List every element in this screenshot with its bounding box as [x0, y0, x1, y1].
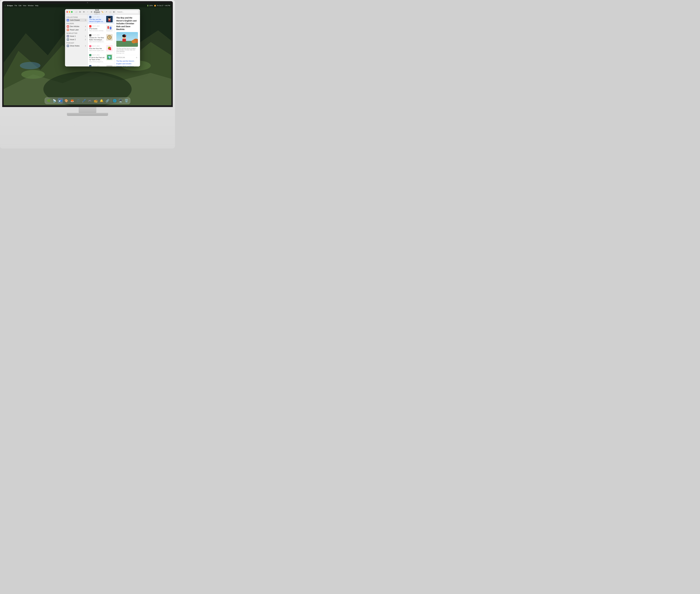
svg-rect-21	[107, 26, 109, 29]
dock-item-finder[interactable]: 🌿	[46, 98, 51, 103]
sidebar-count-show-notes: 4	[85, 45, 86, 47]
dock-item-mail[interactable]: 📬	[58, 98, 63, 103]
list-item-date-2: Oct 27, 2023	[92, 25, 100, 27]
window-subtitle: Links: 6	[94, 13, 100, 15]
toolbar-settings-btn[interactable]: ⚙	[82, 10, 86, 13]
toolbar-share-btn[interactable]: ↑	[86, 10, 89, 13]
sidebar-item-issue-2[interactable]: Issue 2 2	[66, 38, 87, 41]
sidebar-label-read-later: Read Later	[70, 29, 84, 31]
sidebar-count-read-later: 2	[85, 29, 86, 31]
wallpaper:  Bridges File Edit View Window Help 🔋 1…	[4, 4, 171, 105]
toolbar-sidebar-btn[interactable]: ⬜	[74, 10, 78, 13]
svg-rect-14	[67, 39, 68, 40]
list-item-5[interactable]: P Oct 27, 2023 A Link to the Past set up…	[88, 53, 114, 64]
dock-item-photos[interactable]: 🎨	[64, 98, 69, 103]
sidebar-label-show-notes: Show Notes	[70, 45, 84, 47]
list-item-6[interactable]: A Oct 27, 2023 Building a Link Gathering…	[88, 64, 114, 66]
svg-text:💎: 💎	[108, 56, 111, 59]
sidebar-count-dev-articles: 4	[85, 26, 86, 27]
dock-item-notifications[interactable]: 🔔	[99, 98, 104, 103]
hyperlink-text[interactable]: The Boy and the Heron's English cast inc…	[116, 60, 134, 66]
menubar-datetime: Fri Oct 27 4:46 PM	[157, 5, 170, 6]
window-title-area: Junk Drawer Links: 6	[94, 9, 100, 15]
search-input[interactable]	[116, 10, 138, 13]
menu-file[interactable]: File	[14, 5, 17, 6]
menu-window[interactable]: Window	[28, 5, 34, 6]
list-item-2[interactable]: ▶ Oct 27, 2023 iPod Socks https://youtub…	[88, 24, 114, 33]
window-maximize-button[interactable]	[71, 11, 73, 13]
detail-toolbar-edit-btn[interactable]: ✏️	[101, 10, 104, 13]
dock-item-music[interactable]: 🎵	[75, 98, 81, 103]
dock-item-finder2[interactable]: 🖥️	[118, 98, 123, 103]
thumbnail-2	[106, 25, 113, 32]
svg-point-9	[20, 62, 40, 69]
issue-1-icon	[67, 35, 69, 37]
svg-point-40	[132, 40, 136, 43]
dock-item-games[interactable]: 🎮	[87, 98, 93, 103]
list-item-url-4: https://music.apple.com/us/album/kiss-he…	[89, 50, 105, 51]
read-later-icon	[67, 29, 69, 31]
dock-item-system-prefs[interactable]: 🌐	[112, 98, 117, 103]
dock-item-firefox[interactable]: 🦊	[69, 98, 75, 103]
article-caption: The Boy and the Heron's English cast inc…	[116, 47, 138, 52]
toolbar-add-btn[interactable]: ⊕	[90, 10, 93, 13]
menubar-wifi: 📶	[154, 5, 156, 6]
camera-dot	[87, 2, 88, 3]
detail-pane: The Boy and the Heron's English cast inc…	[114, 15, 140, 66]
window-toolbar: ⬜ ⊞ ⚙ ↑ ⊕	[74, 10, 93, 13]
sidebar: Collections Junk Drawer 6 Folders	[65, 15, 88, 66]
menu-edit[interactable]: Edit	[19, 5, 21, 6]
dock-item-trash[interactable]: 🗑️	[124, 98, 129, 103]
dock-item-launchpad[interactable]: 📡	[52, 98, 57, 103]
favicon-1: V	[89, 16, 91, 18]
thumbnail-3	[106, 34, 113, 41]
dock: 🌿 📡 📬 🎨 🦊 🎵 🖊️ 🎮 📻 🔔 🔗 🌐 🖥️ 🗑️	[45, 97, 130, 104]
svg-point-12	[67, 29, 68, 30]
window-close-button[interactable]	[66, 11, 68, 13]
detail-toolbar-trash-btn[interactable]: 🗑	[113, 10, 116, 13]
list-item-date-3: Oct 27, 2023	[92, 34, 100, 36]
toolbar-grid-btn[interactable]: ⊞	[78, 10, 82, 13]
hyperlink-copy-button[interactable]: ⧉	[135, 56, 138, 59]
list-item-title-4: Kiss Her Kiss Her	[89, 47, 105, 50]
favicon-2: ▶	[89, 25, 91, 27]
svg-rect-22	[110, 27, 112, 30]
list-item-url-2: https://youtube.com/watch?v=GBR9pMyk&p=r…	[89, 30, 105, 31]
sidebar-item-show-notes[interactable]: Show Notes 4	[66, 44, 87, 47]
list-item-date-6: Oct 27, 2023	[92, 65, 100, 66]
list-item-title-1: The Boy and the Heron's English cast inc…	[89, 19, 105, 23]
app-name-menubar[interactable]: Bridges	[7, 5, 13, 6]
sidebar-count-issue-2: 2	[85, 39, 86, 40]
svg-rect-20	[106, 25, 113, 32]
list-item-title-5: A Link to the Past set up Tears of the K…	[89, 57, 105, 61]
dock-item-podcasts[interactable]: 📻	[93, 98, 98, 103]
screen-bezel:  Bridges File Edit View Window Help 🔋 1…	[2, 1, 173, 107]
detail-toolbar-share-btn[interactable]: ⬜	[108, 10, 112, 13]
dev-articles-icon	[67, 25, 69, 28]
dock-item-notes[interactable]: 🖊️	[81, 98, 87, 103]
favicon-6: A	[89, 65, 91, 66]
sidebar-item-read-later[interactable]: Read Later 2	[66, 28, 87, 31]
sidebar-count-junk-drawer: 6	[85, 19, 86, 21]
list-item-3[interactable]: H Oct 27, 2023 Hands-On: The New Baltic …	[88, 33, 114, 44]
list-item-1[interactable]: V Oct 27, 2023 The Boy and the Heron's E…	[88, 15, 114, 24]
imac-shell:  Bridges File Edit View Window Help 🔋 1…	[0, 0, 175, 148]
screen:  Bridges File Edit View Window Help 🔋 1…	[4, 4, 171, 105]
menu-help[interactable]: Help	[35, 5, 38, 6]
sidebar-item-dev-articles[interactable]: Dev Articles 4	[66, 25, 87, 28]
dock-item-bridges[interactable]: 🔗	[105, 98, 110, 103]
sidebar-item-issue-1[interactable]: Issue 1 1	[66, 35, 87, 38]
sidebar-item-junk-drawer[interactable]: Junk Drawer 6	[66, 19, 87, 22]
sidebar-podcast-label: Podcast	[65, 41, 88, 44]
list-item-4[interactable]: ♪ Oct 27, 2023 Kiss Her Kiss Her https:/…	[88, 44, 114, 53]
article-source: theverge.com	[116, 52, 138, 54]
detail-toolbar-export-btn[interactable]: ↗	[105, 10, 108, 13]
thumbnail-6	[106, 65, 113, 66]
menu-view[interactable]: View	[23, 5, 26, 6]
svg-rect-11	[67, 26, 68, 27]
sidebar-label-junk-drawer: Junk Drawer	[70, 19, 84, 21]
list-item-date-1: Oct 27, 2023	[92, 16, 100, 18]
apple-logo[interactable]: 	[5, 5, 6, 7]
window-title: Junk Drawer	[94, 9, 100, 13]
window-minimize-button[interactable]	[69, 11, 70, 13]
